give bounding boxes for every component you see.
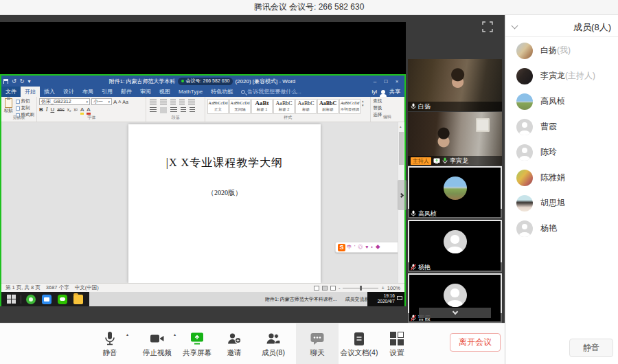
video-tile-baiyang[interactable]: 白扬 [408,59,502,111]
styles-gallery-scroll[interactable]: ▴ ▾ [362,99,364,107]
word-share-button[interactable]: 共享 [389,88,400,95]
mic-options-caret-icon[interactable]: ▴ [126,332,128,337]
video-list-collapse-button[interactable] [419,308,491,318]
member-row[interactable]: 曹霞 [505,114,618,139]
member-row[interactable]: 胡思旭 [505,190,618,216]
account-name[interactable]: lyl [371,89,377,95]
scrollbar-thumb[interactable] [399,132,404,165]
font-name-combobox[interactable]: 仿宋_GB2312▾ [39,98,90,105]
style-heading1[interactable]: AaBt标题 1 [251,99,273,114]
bullet-list-icon[interactable] [150,100,157,106]
member-row[interactable]: 陈玲 [505,139,618,165]
start-button[interactable] [7,295,16,304]
web-layout-icon[interactable] [330,286,336,291]
tab-file[interactable]: 文件 [1,87,21,97]
tab-layout[interactable]: 布局 [78,87,98,97]
justify-icon[interactable] [181,107,186,113]
taskbar-app-wechat-icon[interactable] [58,295,67,304]
tab-review[interactable]: 审阅 [136,87,155,97]
style-no-spacing[interactable]: AaBbCcDd无间隔 [229,99,251,114]
style-title[interactable]: AaBbC标题 [295,99,317,114]
scroll-up-icon[interactable]: ▴ [400,124,402,128]
zoom-slider[interactable] [343,288,378,288]
qat-dropdown-icon[interactable]: ▾ [27,78,30,84]
share-screen-button[interactable]: 共享屏幕 [176,323,218,364]
taskbar-file-explorer-icon[interactable] [73,295,83,304]
chat-button[interactable]: 聊天 [296,323,339,364]
tab-view[interactable]: 视图 [155,87,174,97]
multilevel-list-icon[interactable] [170,100,176,106]
ime-toolbar[interactable]: S 中 ' ◎ ♥ ▪ ◆ [335,242,404,253]
sidebar-mute-button[interactable]: 静音 [569,339,613,357]
video-panel-toggle[interactable] [398,180,407,210]
video-tile-yangyan[interactable]: 杨艳 [408,220,502,272]
document-page[interactable]: |X X专业课程教学大纲 （2020版） [128,124,321,283]
video-tile-gaofengzhen[interactable]: 高凤桢 [408,166,502,218]
cut-button[interactable]: 剪切 [16,98,35,104]
strikethrough-button[interactable]: abc [57,107,64,112]
maximize-icon[interactable]: □ [380,78,391,84]
grow-font-icon[interactable]: A [113,99,117,105]
page-indicator[interactable]: 第 1 页, 共 8 页 [5,284,41,291]
shrink-font-icon[interactable]: A [118,100,121,104]
zoom-in-button[interactable]: + [381,285,384,291]
member-row[interactable]: 白扬 (我) [505,38,618,63]
tab-insert[interactable]: 插入 [40,87,59,97]
invite-button[interactable]: 邀请 [213,323,255,364]
copy-button[interactable]: 复制 [16,105,35,111]
subscript-button[interactable]: x₂ [67,107,71,112]
print-layout-icon[interactable] [322,286,328,291]
align-left-icon[interactable] [150,107,157,113]
tab-design[interactable]: 设计 [59,87,78,97]
settings-button[interactable]: 设置 [376,323,418,364]
meeting-docs-button[interactable]: 会议文档(4) [338,323,380,364]
minimize-icon[interactable]: – [369,78,380,84]
bold-button[interactable]: B [39,106,43,113]
styles-down-icon[interactable]: ▾ [362,103,364,107]
member-row[interactable]: 陈雅娟 [505,165,618,190]
word-count[interactable]: 3687 个字 [46,284,69,291]
taskbar-open-window[interactable]: 附件1: 内蒙古师范大学本科课程... 成员交流群 ▾ [265,296,373,303]
align-right-icon[interactable] [170,107,177,113]
paste-button[interactable]: 粘贴 [3,98,14,115]
tab-home[interactable]: 开始 [21,87,40,97]
save-icon[interactable] [3,79,8,84]
highlight-color-button[interactable]: A [80,106,84,115]
find-button[interactable]: 查找 [373,98,402,104]
font-color-button[interactable]: A [87,106,90,115]
taskbar-app-meeting-icon[interactable] [42,295,52,304]
superscript-button[interactable]: x² [74,107,78,112]
read-mode-icon[interactable] [314,286,319,291]
undo-icon[interactable]: ↺ [12,78,16,84]
tab-mathtype[interactable]: MathType [174,87,207,97]
language-indicator[interactable]: 中文(中国) [75,284,99,291]
tab-references[interactable]: 引用 [98,87,117,97]
zoom-level[interactable]: 100% [387,285,400,291]
replace-button[interactable]: 替换 [373,105,402,111]
shading-icon[interactable] [190,107,195,113]
tab-special-features[interactable]: 特色功能 [207,87,237,97]
member-row[interactable]: 高凤桢 [505,89,618,114]
underline-button[interactable]: U [50,106,54,113]
indent-icon[interactable] [179,100,185,106]
taskbar-app-360-icon[interactable] [26,295,36,304]
redo-icon[interactable]: ↻ [20,78,25,84]
style-normal[interactable]: AaBbCcDd正文 [207,99,229,114]
video-tile-liyinlong[interactable]: 主持人 李寅龙 [408,112,502,166]
number-list-icon[interactable] [160,100,167,106]
style-heading2[interactable]: AaBbC标题 2 [273,99,295,114]
tell-me-box[interactable]: 告诉我您想要做什么... [237,87,306,97]
member-row[interactable]: 李寅龙 (主持人) [505,63,618,89]
system-tray-clock[interactable]: 19:16 2020/4/7 [367,292,404,306]
mute-button[interactable]: ▴ 静音 [89,323,131,364]
sort-icon[interactable] [188,100,195,106]
style-subtitle[interactable]: AaBbC副标题 [317,99,339,114]
members-button[interactable]: 成员(8) [252,323,295,364]
zoom-out-button[interactable]: - [339,285,341,291]
chevron-down-icon[interactable] [512,23,518,30]
tab-mailings[interactable]: 邮件 [117,87,136,97]
change-case-icon[interactable]: Aa [122,100,128,104]
italic-button[interactable]: I [46,106,48,113]
font-size-combobox[interactable]: 小一▾ [91,98,112,105]
style-subtle-emphasis[interactable]: AaBbCcDd不明显强调 [339,99,360,114]
